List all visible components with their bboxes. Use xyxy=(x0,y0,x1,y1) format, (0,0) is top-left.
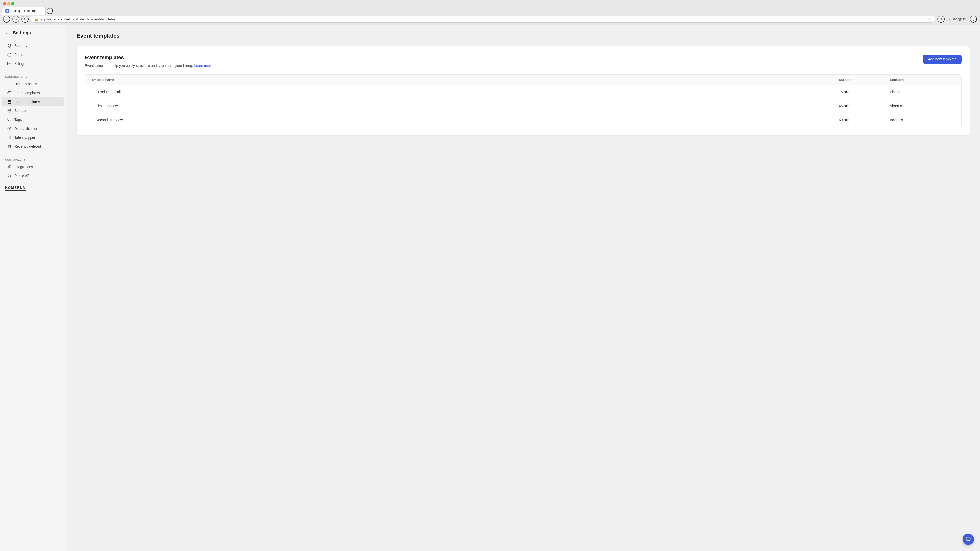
address-bar[interactable]: 🔒 app.homerun.co/settings/calendar-event… xyxy=(30,16,935,23)
svg-rect-2 xyxy=(8,62,11,65)
trash-icon xyxy=(7,144,12,149)
table-row: Second interview 60 min Address ··· xyxy=(85,113,961,127)
menu-button[interactable]: ⋮ xyxy=(970,16,977,23)
close-window-button[interactable] xyxy=(3,2,6,5)
card-header-left: Event templates Event templates help you… xyxy=(85,55,212,68)
address-actions: ☆ xyxy=(928,17,932,21)
forward-button[interactable]: → xyxy=(12,16,19,23)
sidebar: ← Settings Security Plans Billing Candid… xyxy=(0,25,66,551)
column-duration: Duration xyxy=(839,78,890,82)
incognito-label: Incognito xyxy=(953,17,966,21)
svg-point-0 xyxy=(950,18,951,19)
table-row: Introduction call 15 min Phone ··· xyxy=(85,85,961,99)
row-more-button[interactable]: ··· xyxy=(941,89,950,95)
candidates-arrow-icon: ▲ xyxy=(25,76,27,78)
card-description: Event templates help you easily structur… xyxy=(85,63,212,68)
row-more-button[interactable]: ··· xyxy=(941,103,950,109)
table-cell-location: Phone xyxy=(890,90,941,94)
extensions-button[interactable]: ⧉ xyxy=(937,16,945,23)
credit-card-icon xyxy=(7,61,12,66)
sidebar-item-recently-deleted[interactable]: Recently deleted xyxy=(2,142,64,151)
window-controls xyxy=(3,2,14,5)
table-cell-duration: 45 min xyxy=(839,104,890,108)
sidebar-talent-clipper-label: Talent clipper xyxy=(14,135,35,140)
list-icon xyxy=(7,82,12,86)
code-icon xyxy=(7,173,12,178)
sidebar-integrations-label: Integrations xyxy=(14,165,33,169)
calendar-icon xyxy=(7,100,12,104)
svg-point-7 xyxy=(8,83,8,83)
table-cell-actions: ··· xyxy=(941,117,956,123)
column-location: Location xyxy=(890,78,941,82)
shield-icon xyxy=(7,43,12,48)
row-with-drag: Introduction call xyxy=(90,90,839,94)
sidebar-disqualification-label: Disqualification xyxy=(14,127,38,130)
mail-icon xyxy=(7,91,12,95)
column-template-name: Template name xyxy=(90,78,839,82)
event-templates-table: Template name Duration Location Introduc… xyxy=(85,75,962,127)
learn-more-link[interactable]: Learn more xyxy=(194,64,212,68)
svg-rect-11 xyxy=(8,100,11,103)
event-templates-card: Event templates Event templates help you… xyxy=(76,46,970,135)
drag-handle[interactable] xyxy=(90,119,93,121)
settings-title: Settings xyxy=(13,30,31,36)
sidebar-item-public-api[interactable]: Public API xyxy=(2,171,64,180)
svg-point-21 xyxy=(8,136,9,137)
minimize-window-button[interactable] xyxy=(7,2,10,5)
sidebar-item-plans[interactable]: Plans xyxy=(2,50,64,59)
bookmark-icon[interactable]: ☆ xyxy=(928,17,932,21)
main-content: Event templates Event templates Event te… xyxy=(66,25,980,551)
chat-button[interactable] xyxy=(963,534,974,545)
row-more-button[interactable]: ··· xyxy=(941,117,950,123)
sidebar-item-talent-clipper[interactable]: Talent clipper xyxy=(2,133,64,142)
sidebar-item-event-templates[interactable]: Event templates xyxy=(2,97,64,106)
sidebar-item-sources[interactable]: Sources xyxy=(2,106,64,115)
table-cell-actions: ··· xyxy=(941,89,956,95)
sidebar-item-tags[interactable]: Tags xyxy=(2,115,64,124)
back-button[interactable]: ← xyxy=(3,16,10,23)
titlebar xyxy=(0,0,980,7)
settings-back-header[interactable]: ← Settings xyxy=(0,30,66,41)
sidebar-item-disqualification[interactable]: Disqualification xyxy=(2,124,64,133)
brand-logo: HOMERUN xyxy=(5,186,26,191)
sidebar-item-email-templates[interactable]: Email templates xyxy=(2,89,64,97)
candidates-label: Candidates xyxy=(5,75,23,78)
tab-title: Settings · Homerun xyxy=(11,9,37,13)
table-cell-name: Second interview xyxy=(90,118,839,122)
sidebar-item-hiring-process[interactable]: Hiring process xyxy=(2,79,64,88)
row-with-drag: First interview xyxy=(90,104,839,108)
drag-handle[interactable] xyxy=(90,105,93,107)
active-tab[interactable]: H Settings · Homerun ✕ xyxy=(2,7,46,14)
svg-line-25 xyxy=(9,137,10,138)
svg-point-22 xyxy=(8,138,9,139)
page-title: Event templates xyxy=(76,33,970,39)
sidebar-item-billing[interactable]: Billing xyxy=(2,59,64,68)
incognito-button[interactable]: Incognito xyxy=(947,16,968,22)
candidates-section-label[interactable]: Candidates ▲ xyxy=(0,72,66,79)
svg-point-8 xyxy=(8,84,8,84)
drag-handle[interactable] xyxy=(90,91,93,93)
card-title: Event templates xyxy=(85,55,212,60)
tag-icon xyxy=(7,118,12,122)
puzzle-icon xyxy=(7,165,12,169)
maximize-window-button[interactable] xyxy=(11,2,14,5)
table-row: First interview 45 min Video call ··· xyxy=(85,99,961,113)
table-cell-location: Video call xyxy=(890,104,941,108)
sidebar-tags-label: Tags xyxy=(14,118,22,122)
table-cell-duration: 60 min xyxy=(839,118,890,122)
table-cell-name: Introduction call xyxy=(90,90,839,94)
customize-section-label[interactable]: Customize ▼ xyxy=(0,155,66,162)
table-cell-actions: ··· xyxy=(941,103,956,109)
svg-rect-1 xyxy=(8,54,11,56)
sidebar-security-label: Security xyxy=(14,44,27,48)
reload-button[interactable]: ↻ xyxy=(21,16,29,23)
add-new-template-button[interactable]: Add new template xyxy=(923,55,962,64)
back-arrow-icon: ← xyxy=(5,30,10,36)
sidebar-billing-label: Billing xyxy=(14,62,24,65)
sidebar-plans-label: Plans xyxy=(14,52,23,57)
sidebar-item-security[interactable]: Security xyxy=(2,41,64,50)
box-icon xyxy=(7,52,12,57)
tab-close-button[interactable]: ✕ xyxy=(38,9,42,13)
sidebar-item-integrations[interactable]: Integrations xyxy=(2,162,64,171)
new-tab-button[interactable]: + xyxy=(47,8,53,14)
